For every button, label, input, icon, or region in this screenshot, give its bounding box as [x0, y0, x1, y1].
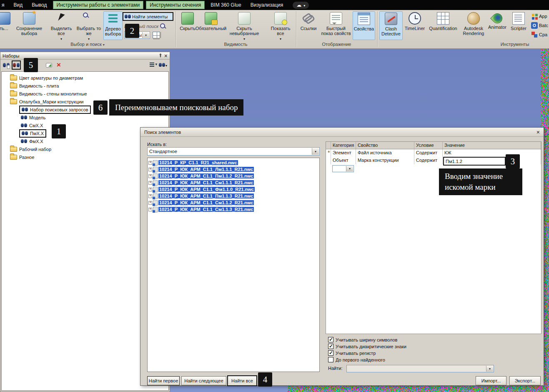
group-label-select-search[interactable]: Выбор и поиск — [0, 42, 175, 48]
cell-category[interactable]: Объект — [331, 157, 356, 164]
sort-icon[interactable] — [148, 60, 158, 70]
category-combo[interactable] — [332, 165, 354, 172]
expander-icon[interactable] — [148, 181, 152, 185]
header-property[interactable]: Свойство — [356, 142, 414, 149]
tab-item-tools[interactable]: Инструменты работы с элементами — [53, 1, 144, 9]
cell-property[interactable]: Файл источника — [356, 149, 414, 157]
search-icon[interactable] — [160, 23, 166, 30]
checkbox-diacritics[interactable] — [328, 344, 333, 349]
header-condition[interactable]: Условие — [414, 142, 443, 149]
group-label-visibility[interactable]: Видимость — [175, 42, 296, 48]
checkbox-first-match[interactable] — [328, 357, 333, 362]
chevron-down-icon[interactable] — [60, 36, 62, 42]
file-list-item[interactable]: 10214_Р_ЮК_АРМ_С1.1_См1.1.3_R21.nwc — [148, 206, 318, 213]
chevron-down-icon[interactable] — [486, 366, 493, 372]
tab-render[interactable]: Визуализация — [246, 0, 288, 10]
find-first-button[interactable]: Найти первое — [147, 376, 180, 385]
pin-icon[interactable] — [158, 53, 163, 58]
file-list-item[interactable]: 10214_Р_КР_С1.1_R21_shared.nwc — [148, 159, 318, 166]
expander-icon[interactable] — [148, 201, 152, 205]
group-label-display[interactable]: Отображение — [296, 42, 377, 48]
chevron-down-icon[interactable] — [346, 166, 353, 171]
file-list-item[interactable]: 10214_Р_ЮК_АРМ_С1.1_Лм1.1.1_R21.nwc — [148, 166, 318, 173]
find-next-button[interactable]: Найти следующее — [181, 376, 226, 385]
chevron-down-icon[interactable] — [142, 32, 149, 38]
cell-property[interactable]: Марка конструкции — [356, 157, 414, 164]
hide-button[interactable]: Скрыть — [178, 11, 197, 40]
tab-home-partial[interactable]: я — [0, 0, 9, 10]
cell-condition[interactable]: Содержит — [414, 157, 443, 164]
clash-detective-button[interactable]: Clash Detective — [379, 11, 403, 40]
cell-category[interactable]: Элемент — [331, 149, 356, 157]
close-icon[interactable] — [164, 53, 168, 59]
hide-unselected-button[interactable]: Скрыть невыбранные — [226, 11, 263, 40]
group-label-tools[interactable]: Инструменты — [467, 42, 549, 48]
chevron-down-icon[interactable] — [88, 36, 90, 42]
selection-tree-button[interactable]: Дерево выбора — [103, 11, 123, 40]
links-button[interactable]: Ссылки — [298, 11, 318, 40]
checkbox-row[interactable]: Учитывать ширину символов — [328, 337, 397, 343]
delete-icon[interactable] — [54, 60, 63, 70]
find-all-button[interactable]: Найти все — [227, 375, 257, 386]
expander-icon[interactable] — [148, 188, 152, 191]
export-button[interactable]: Экспорт... — [509, 376, 541, 385]
tree-item-folder[interactable]: Видимость - плита — [2, 82, 168, 90]
update-icon[interactable] — [44, 60, 53, 70]
tree-item-folder[interactable]: Видимость - стены монолитные — [2, 90, 168, 98]
dialog-titlebar[interactable]: Поиск элементов — [140, 128, 544, 137]
header-category[interactable]: Категория — [331, 142, 356, 149]
tab-output[interactable]: Вывод — [27, 0, 51, 10]
dialog-close-icon[interactable] — [536, 129, 540, 136]
import-button[interactable]: Импорт... — [476, 376, 506, 385]
unhide-all-button[interactable]: Показать все — [268, 11, 293, 40]
autodesk-rendering-button[interactable]: Autodesk Rendering — [461, 11, 486, 40]
file-list-item[interactable]: 10214_Р_ЮК_АРМ_С1.1_Пм1.1.2_R21.nwc — [148, 173, 318, 179]
find-dropdown-icon[interactable] — [158, 60, 168, 70]
quick-properties-button[interactable]: Быстрый показ свойств — [320, 11, 352, 40]
checkbox-row[interactable]: Учитывать диакритические знаки — [328, 343, 406, 349]
save-search-icon[interactable] — [2, 60, 11, 70]
cloud-menu-button[interactable] — [293, 2, 309, 9]
header-value[interactable]: Значение — [443, 142, 541, 149]
expander-icon[interactable] — [148, 168, 152, 171]
chevron-down-icon[interactable] — [243, 36, 245, 42]
find-items-button[interactable]: Найти элементы — [123, 12, 173, 21]
animator-button[interactable]: Animator — [487, 11, 508, 40]
file-list-item[interactable]: 10214_Р_ЮК_АРМ_С1.1_См1.1.1_R21.nwc — [148, 179, 318, 186]
save-selection-button[interactable]: Сохранение выбора — [11, 11, 48, 40]
manage-sets-icon[interactable] — [153, 32, 160, 38]
select-all-button[interactable]: Выделить все — [49, 11, 73, 40]
expander-icon[interactable] — [148, 161, 152, 165]
chevron-down-icon[interactable] — [312, 148, 319, 155]
appearance-profiler-button[interactable]: App — [531, 13, 547, 20]
require-button[interactable]: Обязательный — [198, 11, 224, 40]
scripter-button[interactable]: Scripter — [509, 11, 529, 40]
batch-utility-button[interactable]: Batc — [531, 22, 548, 29]
checkbox-case[interactable] — [328, 350, 333, 356]
value-input[interactable]: Пм1.1.2 — [443, 157, 506, 166]
clipped-button[interactable]: ть... — [0, 11, 8, 40]
tab-view[interactable]: Вид — [9, 0, 28, 10]
file-list[interactable]: 10214_Р_КР_С1.1_R21_shared.nwc 10214_Р_Ю… — [147, 158, 320, 372]
cell-condition[interactable]: Содержит — [414, 149, 443, 157]
tab-section-tools[interactable]: Инструменты сечения — [146, 1, 205, 9]
expander-icon[interactable] — [148, 194, 152, 198]
search-in-combo[interactable]: Стандартное — [147, 147, 320, 156]
checkbox-row[interactable]: Учитывать регистр — [328, 350, 376, 356]
file-list-item[interactable]: 10214_Р_ЮК_АРМ_С1.1_Пм1.1.3_R21.nwc — [148, 193, 318, 199]
select-same-button[interactable]: Выбрать то же — [75, 11, 103, 40]
compare-button[interactable]: Сра — [531, 31, 547, 38]
tree-item-folder[interactable]: Цвет арматуры по диаметрам — [2, 74, 168, 82]
find-combo[interactable] — [346, 365, 494, 372]
timeliner-button[interactable]: TimeLiner — [404, 11, 425, 40]
expander-icon[interactable] — [148, 174, 152, 178]
quantification-button[interactable]: Quantification — [426, 11, 460, 40]
chevron-down-icon[interactable] — [280, 36, 281, 42]
checkbox-row[interactable]: До первого найденного — [328, 357, 385, 363]
find-items-toolbar-icon[interactable] — [12, 60, 21, 70]
checkbox-char-width[interactable] — [328, 337, 333, 342]
properties-button[interactable]: Свойства — [353, 11, 375, 40]
file-list-item[interactable]: 10214_Р_ЮК_АРМ_С1.1_Фм1.1.0_R21.nwc — [148, 186, 318, 193]
file-list-item[interactable]: 10214_Р_ЮК_АРМ_С1.1_См1.1.2_R21.nwc — [148, 199, 318, 206]
cell-value[interactable]: КЖ — [443, 149, 541, 157]
